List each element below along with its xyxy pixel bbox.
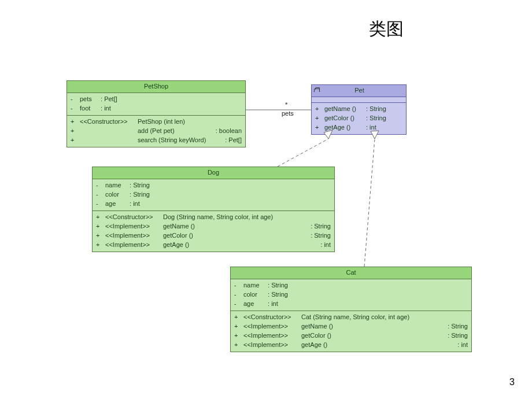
op-row: +getAge (): int xyxy=(315,123,402,132)
interface-pet-ops: +getName (): String +getColor (): String… xyxy=(312,103,406,134)
page-number: 3 xyxy=(509,377,515,387)
op-row: +<<Constructor>>PetShop (int len) xyxy=(71,117,242,127)
op-row: +search (String keyWord): Pet[] xyxy=(71,136,242,145)
class-dog: Dog -name: String -color: String -age: i… xyxy=(92,167,335,252)
class-cat-attrs: -name: String -color: String -age: int xyxy=(231,279,471,311)
attr-row: -foot: int xyxy=(71,104,242,113)
attr-row: -color: String xyxy=(96,190,331,200)
op-row: +<<Implement>>getName (): String xyxy=(234,322,468,331)
op-row: +<<Implement>>getName (): String xyxy=(96,222,331,231)
interface-pet: Pet +getName (): String +getColor (): St… xyxy=(311,84,407,135)
class-petshop: PetShop -pets: Pet[] -foot: int +<<Const… xyxy=(66,80,246,147)
attr-row: -age: int xyxy=(96,200,331,209)
svg-line-1 xyxy=(278,139,328,167)
op-row: +<<Implement>>getAge (): int xyxy=(96,241,331,250)
interface-pet-attrs xyxy=(312,97,406,103)
assoc-multiplicity: * xyxy=(285,101,287,108)
interface-icon xyxy=(314,88,320,92)
class-cat: Cat -name: String -color: String -age: i… xyxy=(230,267,472,352)
op-row: +<<Constructor>>Dog (String name, String… xyxy=(96,213,331,222)
class-petshop-name: PetShop xyxy=(67,81,245,93)
class-cat-ops: +<<Constructor>>Cat (String name, String… xyxy=(231,311,471,352)
op-row: +add (Pet pet): boolean xyxy=(71,127,242,136)
class-dog-name: Dog xyxy=(93,167,334,179)
op-row: +<<Constructor>>Cat (String name, String… xyxy=(234,313,468,322)
op-row: +getColor (): String xyxy=(315,114,402,123)
op-row: +<<Implement>>getAge (): int xyxy=(234,341,468,350)
assoc-role: pets xyxy=(282,110,294,117)
interface-pet-name: Pet xyxy=(323,86,404,95)
class-petshop-attrs: -pets: Pet[] -foot: int xyxy=(67,93,245,116)
op-row: +<<Implement>>getColor (): String xyxy=(234,331,468,341)
class-petshop-ops: +<<Constructor>>PetShop (int len) +add (… xyxy=(67,116,245,147)
class-cat-name: Cat xyxy=(231,267,471,279)
svg-line-3 xyxy=(364,139,375,267)
attr-row: -name: String xyxy=(234,281,468,290)
attr-row: -color: String xyxy=(234,290,468,300)
attr-row: -name: String xyxy=(96,181,331,190)
op-row: +getName (): String xyxy=(315,105,402,114)
attr-row: -age: int xyxy=(234,300,468,309)
interface-pet-header: Pet xyxy=(312,85,406,97)
class-dog-attrs: -name: String -color: String -age: int xyxy=(93,179,334,211)
class-dog-ops: +<<Constructor>>Dog (String name, String… xyxy=(93,211,334,252)
op-row: +<<Implement>>getColor (): String xyxy=(96,231,331,241)
diagram-title: 类图 xyxy=(369,17,404,41)
attr-row: -pets: Pet[] xyxy=(71,95,242,104)
